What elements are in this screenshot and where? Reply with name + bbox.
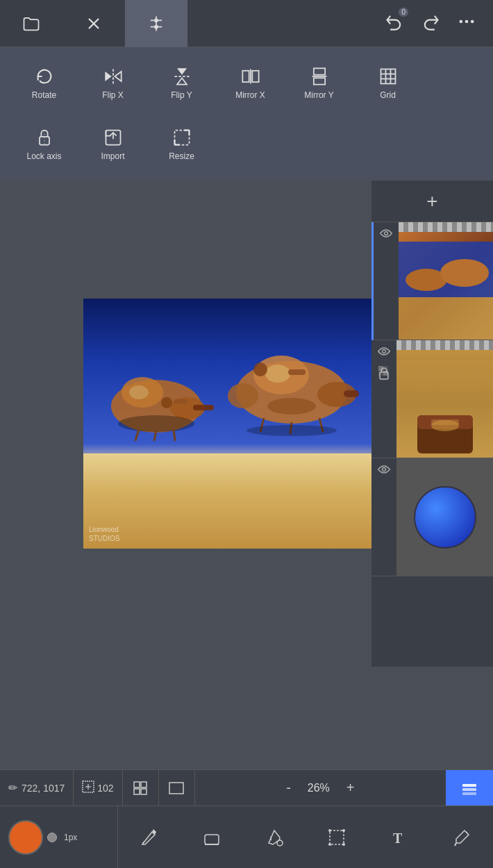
fill-tool-button[interactable]: [243, 806, 306, 868]
canvas-image[interactable]: Lionwood STUDIOS: [83, 299, 403, 549]
layer-item-1[interactable]: [371, 222, 493, 340]
status-size: 102: [74, 770, 122, 806]
svg-rect-86: [169, 783, 183, 794]
watermark-line1: Lionwood: [89, 525, 119, 534]
layer-3-eye-icon[interactable]: [377, 464, 391, 478]
eyedropper-tool-button[interactable]: [431, 806, 493, 868]
add-layer-button[interactable]: +: [371, 181, 493, 222]
close-button[interactable]: [62, 0, 125, 47]
status-zoom: - 26% +: [195, 777, 446, 799]
import-label: Import: [101, 151, 124, 161]
layer-3-thumbnail[interactable]: [396, 458, 493, 576]
eraser-tool-button[interactable]: [181, 806, 243, 868]
svg-point-11: [471, 19, 474, 23]
import-button[interactable]: Import: [80, 117, 146, 172]
zoom-value: 26%: [308, 782, 330, 794]
svg-point-57: [267, 398, 316, 415]
svg-point-93: [277, 840, 283, 846]
layer-item-3[interactable]: [371, 458, 493, 576]
svg-rect-44: [174, 399, 187, 403]
svg-rect-23: [313, 78, 324, 84]
svg-line-48: [174, 429, 175, 441]
text-tool-button[interactable]: T: [368, 806, 431, 868]
svg-line-100: [455, 843, 456, 846]
more-button[interactable]: [451, 6, 482, 41]
layer-1-thumbnail[interactable]: [399, 222, 493, 340]
primary-color-swatch[interactable]: [8, 820, 43, 855]
size-value: 102: [97, 783, 113, 794]
svg-rect-24: [381, 69, 395, 84]
canvas-area[interactable]: Lionwood STUDIOS +: [0, 181, 493, 667]
zoom-out-button[interactable]: -: [281, 777, 296, 799]
svg-point-3: [154, 18, 158, 22]
svg-rect-91: [205, 835, 219, 844]
mirror-x-button[interactable]: Mirror X: [217, 56, 283, 111]
svg-rect-33: [174, 131, 189, 145]
svg-rect-85: [141, 789, 147, 794]
layer-3-visibility: [371, 458, 396, 576]
svg-rect-53: [344, 390, 359, 397]
circle-preview: [414, 486, 476, 549]
svg-point-66: [440, 259, 489, 287]
status-coords: ✏ 722, 1017: [0, 770, 74, 806]
ship-left: [104, 361, 222, 444]
transform-row-2: Lock axis Import Resize: [11, 117, 482, 172]
svg-marker-17: [177, 78, 187, 84]
grid-button[interactable]: Grid: [355, 56, 421, 111]
pencil-coords-icon: ✏: [8, 781, 17, 794]
layer-2-visibility: [371, 340, 396, 458]
resize-button[interactable]: Resize: [149, 117, 215, 172]
secondary-color-dot[interactable]: [47, 833, 57, 842]
svg-point-9: [460, 19, 463, 23]
svg-point-43: [161, 397, 172, 408]
layer-2-lock-icon[interactable]: [378, 365, 390, 383]
svg-rect-89: [462, 792, 476, 795]
svg-rect-84: [134, 789, 140, 794]
mirror-y-button[interactable]: Mirror Y: [286, 56, 352, 111]
svg-point-98: [342, 843, 345, 846]
layer-item-2[interactable]: [371, 340, 493, 458]
status-layers-button[interactable]: [446, 770, 493, 806]
svg-rect-20: [252, 71, 258, 82]
svg-point-97: [328, 843, 331, 846]
ship-right: [222, 340, 361, 437]
rotate-button[interactable]: Rotate: [11, 56, 77, 111]
flip-y-button[interactable]: Flip Y: [149, 56, 215, 111]
svg-point-67: [383, 350, 386, 353]
flip-x-label: Flip X: [102, 90, 124, 100]
svg-text:T: T: [393, 831, 403, 846]
status-frame-button[interactable]: [159, 770, 195, 806]
grid-label: Grid: [380, 90, 396, 100]
layer-1-eye-icon[interactable]: [379, 228, 393, 242]
svg-point-4: [154, 24, 158, 28]
transform-row-1: Rotate Flip X Flip Y: [11, 56, 482, 111]
mirror-y-label: Mirror Y: [304, 90, 333, 100]
svg-rect-88: [462, 788, 476, 791]
layer-2-eye-icon[interactable]: [377, 346, 391, 360]
svg-point-95: [328, 829, 331, 832]
transform-toolbar: Rotate Flip X Flip Y: [0, 47, 493, 181]
top-toolbar: 0: [0, 0, 493, 47]
svg-rect-71: [383, 371, 388, 376]
status-grid-button[interactable]: [123, 770, 159, 806]
zoom-in-button[interactable]: +: [341, 777, 360, 799]
svg-point-96: [342, 829, 345, 832]
svg-marker-13: [105, 72, 111, 81]
redo-button[interactable]: [415, 6, 446, 41]
flip-x-button[interactable]: Flip X: [80, 56, 146, 111]
transform-button[interactable]: [125, 0, 187, 47]
svg-marker-14: [115, 72, 121, 81]
status-bar: ✏ 722, 1017 102 - 26% +: [0, 769, 493, 806]
lock-axis-button[interactable]: Lock axis: [11, 117, 77, 172]
painting: Lionwood STUDIOS: [83, 299, 403, 549]
selection-tool-button[interactable]: [306, 806, 368, 868]
svg-point-41: [129, 385, 149, 399]
watermark-line2: STUDIOS: [89, 534, 119, 543]
layer-2-thumbnail[interactable]: [396, 340, 493, 458]
svg-point-42: [118, 415, 194, 432]
svg-point-51: [228, 383, 258, 408]
undo-button[interactable]: 0: [379, 6, 410, 41]
rotate-label: Rotate: [32, 90, 56, 100]
pencil-tool-button[interactable]: [118, 806, 181, 868]
folder-button[interactable]: [0, 0, 62, 47]
